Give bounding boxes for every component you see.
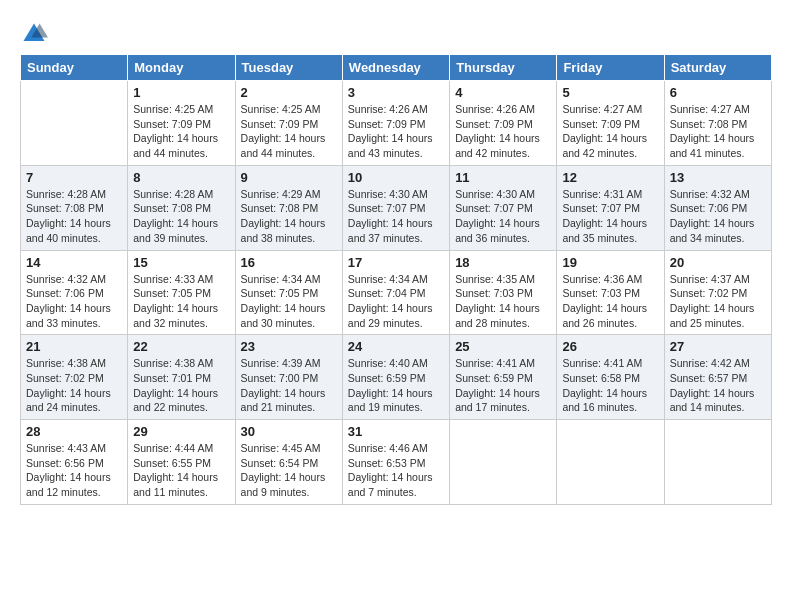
day-info: Sunrise: 4:29 AM Sunset: 7:08 PM Dayligh… xyxy=(241,187,337,246)
day-info: Sunrise: 4:30 AM Sunset: 7:07 PM Dayligh… xyxy=(348,187,444,246)
calendar-cell: 27Sunrise: 4:42 AM Sunset: 6:57 PM Dayli… xyxy=(664,335,771,420)
day-info: Sunrise: 4:38 AM Sunset: 7:01 PM Dayligh… xyxy=(133,356,229,415)
calendar-cell: 19Sunrise: 4:36 AM Sunset: 7:03 PM Dayli… xyxy=(557,250,664,335)
day-info: Sunrise: 4:40 AM Sunset: 6:59 PM Dayligh… xyxy=(348,356,444,415)
calendar-cell: 18Sunrise: 4:35 AM Sunset: 7:03 PM Dayli… xyxy=(450,250,557,335)
day-info: Sunrise: 4:34 AM Sunset: 7:04 PM Dayligh… xyxy=(348,272,444,331)
day-info: Sunrise: 4:44 AM Sunset: 6:55 PM Dayligh… xyxy=(133,441,229,500)
day-info: Sunrise: 4:34 AM Sunset: 7:05 PM Dayligh… xyxy=(241,272,337,331)
calendar-cell: 2Sunrise: 4:25 AM Sunset: 7:09 PM Daylig… xyxy=(235,81,342,166)
day-number: 6 xyxy=(670,85,766,100)
day-info: Sunrise: 4:45 AM Sunset: 6:54 PM Dayligh… xyxy=(241,441,337,500)
day-number: 16 xyxy=(241,255,337,270)
day-info: Sunrise: 4:25 AM Sunset: 7:09 PM Dayligh… xyxy=(241,102,337,161)
week-row-3: 14Sunrise: 4:32 AM Sunset: 7:06 PM Dayli… xyxy=(21,250,772,335)
weekday-header-sunday: Sunday xyxy=(21,55,128,81)
day-info: Sunrise: 4:32 AM Sunset: 7:06 PM Dayligh… xyxy=(670,187,766,246)
day-number: 25 xyxy=(455,339,551,354)
calendar-cell: 30Sunrise: 4:45 AM Sunset: 6:54 PM Dayli… xyxy=(235,420,342,505)
day-number: 18 xyxy=(455,255,551,270)
weekday-header-saturday: Saturday xyxy=(664,55,771,81)
calendar-cell: 25Sunrise: 4:41 AM Sunset: 6:59 PM Dayli… xyxy=(450,335,557,420)
day-info: Sunrise: 4:36 AM Sunset: 7:03 PM Dayligh… xyxy=(562,272,658,331)
day-number: 10 xyxy=(348,170,444,185)
day-info: Sunrise: 4:43 AM Sunset: 6:56 PM Dayligh… xyxy=(26,441,122,500)
day-number: 4 xyxy=(455,85,551,100)
calendar-cell: 13Sunrise: 4:32 AM Sunset: 7:06 PM Dayli… xyxy=(664,165,771,250)
logo-icon xyxy=(20,20,48,48)
calendar-cell: 21Sunrise: 4:38 AM Sunset: 7:02 PM Dayli… xyxy=(21,335,128,420)
calendar-cell: 15Sunrise: 4:33 AM Sunset: 7:05 PM Dayli… xyxy=(128,250,235,335)
day-info: Sunrise: 4:28 AM Sunset: 7:08 PM Dayligh… xyxy=(26,187,122,246)
day-number: 23 xyxy=(241,339,337,354)
day-number: 5 xyxy=(562,85,658,100)
logo xyxy=(20,20,52,48)
day-number: 26 xyxy=(562,339,658,354)
day-number: 28 xyxy=(26,424,122,439)
week-row-5: 28Sunrise: 4:43 AM Sunset: 6:56 PM Dayli… xyxy=(21,420,772,505)
day-info: Sunrise: 4:32 AM Sunset: 7:06 PM Dayligh… xyxy=(26,272,122,331)
day-number: 15 xyxy=(133,255,229,270)
calendar-cell: 29Sunrise: 4:44 AM Sunset: 6:55 PM Dayli… xyxy=(128,420,235,505)
calendar-cell: 4Sunrise: 4:26 AM Sunset: 7:09 PM Daylig… xyxy=(450,81,557,166)
day-info: Sunrise: 4:27 AM Sunset: 7:09 PM Dayligh… xyxy=(562,102,658,161)
calendar-cell: 12Sunrise: 4:31 AM Sunset: 7:07 PM Dayli… xyxy=(557,165,664,250)
calendar-cell: 28Sunrise: 4:43 AM Sunset: 6:56 PM Dayli… xyxy=(21,420,128,505)
day-number: 20 xyxy=(670,255,766,270)
calendar-cell: 7Sunrise: 4:28 AM Sunset: 7:08 PM Daylig… xyxy=(21,165,128,250)
day-number: 12 xyxy=(562,170,658,185)
day-number: 17 xyxy=(348,255,444,270)
day-number: 27 xyxy=(670,339,766,354)
day-info: Sunrise: 4:35 AM Sunset: 7:03 PM Dayligh… xyxy=(455,272,551,331)
weekday-header-row: SundayMondayTuesdayWednesdayThursdayFrid… xyxy=(21,55,772,81)
calendar-cell xyxy=(664,420,771,505)
day-number: 2 xyxy=(241,85,337,100)
day-number: 3 xyxy=(348,85,444,100)
calendar-cell xyxy=(21,81,128,166)
calendar-cell xyxy=(557,420,664,505)
calendar-cell: 10Sunrise: 4:30 AM Sunset: 7:07 PM Dayli… xyxy=(342,165,449,250)
calendar-cell: 14Sunrise: 4:32 AM Sunset: 7:06 PM Dayli… xyxy=(21,250,128,335)
day-number: 21 xyxy=(26,339,122,354)
day-number: 24 xyxy=(348,339,444,354)
day-number: 11 xyxy=(455,170,551,185)
day-info: Sunrise: 4:25 AM Sunset: 7:09 PM Dayligh… xyxy=(133,102,229,161)
calendar-cell: 17Sunrise: 4:34 AM Sunset: 7:04 PM Dayli… xyxy=(342,250,449,335)
weekday-header-tuesday: Tuesday xyxy=(235,55,342,81)
day-info: Sunrise: 4:26 AM Sunset: 7:09 PM Dayligh… xyxy=(455,102,551,161)
calendar-cell: 20Sunrise: 4:37 AM Sunset: 7:02 PM Dayli… xyxy=(664,250,771,335)
day-info: Sunrise: 4:28 AM Sunset: 7:08 PM Dayligh… xyxy=(133,187,229,246)
calendar-cell: 31Sunrise: 4:46 AM Sunset: 6:53 PM Dayli… xyxy=(342,420,449,505)
weekday-header-monday: Monday xyxy=(128,55,235,81)
day-number: 7 xyxy=(26,170,122,185)
calendar-cell: 8Sunrise: 4:28 AM Sunset: 7:08 PM Daylig… xyxy=(128,165,235,250)
day-number: 8 xyxy=(133,170,229,185)
day-info: Sunrise: 4:41 AM Sunset: 6:58 PM Dayligh… xyxy=(562,356,658,415)
weekday-header-friday: Friday xyxy=(557,55,664,81)
calendar-cell: 5Sunrise: 4:27 AM Sunset: 7:09 PM Daylig… xyxy=(557,81,664,166)
calendar-cell: 9Sunrise: 4:29 AM Sunset: 7:08 PM Daylig… xyxy=(235,165,342,250)
calendar-cell xyxy=(450,420,557,505)
header xyxy=(20,20,772,48)
day-number: 19 xyxy=(562,255,658,270)
calendar-table: SundayMondayTuesdayWednesdayThursdayFrid… xyxy=(20,54,772,505)
week-row-2: 7Sunrise: 4:28 AM Sunset: 7:08 PM Daylig… xyxy=(21,165,772,250)
week-row-1: 1Sunrise: 4:25 AM Sunset: 7:09 PM Daylig… xyxy=(21,81,772,166)
day-number: 13 xyxy=(670,170,766,185)
day-info: Sunrise: 4:26 AM Sunset: 7:09 PM Dayligh… xyxy=(348,102,444,161)
day-info: Sunrise: 4:31 AM Sunset: 7:07 PM Dayligh… xyxy=(562,187,658,246)
weekday-header-wednesday: Wednesday xyxy=(342,55,449,81)
day-number: 14 xyxy=(26,255,122,270)
day-number: 22 xyxy=(133,339,229,354)
day-info: Sunrise: 4:33 AM Sunset: 7:05 PM Dayligh… xyxy=(133,272,229,331)
calendar-cell: 22Sunrise: 4:38 AM Sunset: 7:01 PM Dayli… xyxy=(128,335,235,420)
calendar-cell: 6Sunrise: 4:27 AM Sunset: 7:08 PM Daylig… xyxy=(664,81,771,166)
day-info: Sunrise: 4:37 AM Sunset: 7:02 PM Dayligh… xyxy=(670,272,766,331)
day-info: Sunrise: 4:41 AM Sunset: 6:59 PM Dayligh… xyxy=(455,356,551,415)
weekday-header-thursday: Thursday xyxy=(450,55,557,81)
calendar-cell: 1Sunrise: 4:25 AM Sunset: 7:09 PM Daylig… xyxy=(128,81,235,166)
calendar-cell: 16Sunrise: 4:34 AM Sunset: 7:05 PM Dayli… xyxy=(235,250,342,335)
day-info: Sunrise: 4:27 AM Sunset: 7:08 PM Dayligh… xyxy=(670,102,766,161)
day-info: Sunrise: 4:42 AM Sunset: 6:57 PM Dayligh… xyxy=(670,356,766,415)
day-number: 9 xyxy=(241,170,337,185)
